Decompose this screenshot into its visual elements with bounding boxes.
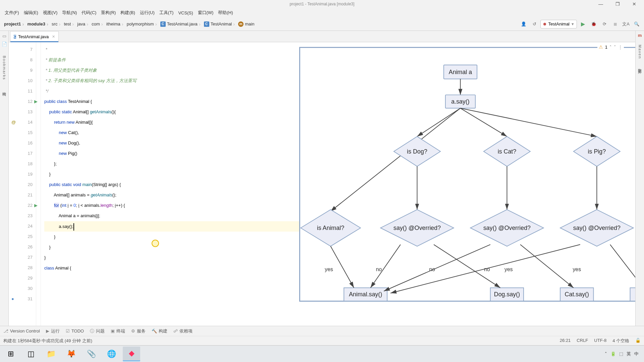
- status-message: 构建在 1秒584毫秒 中成功完成 (49 分钟 之前): [3, 338, 92, 344]
- menu-item[interactable]: 代码(C): [79, 9, 98, 16]
- caret-position[interactable]: 26:21: [560, 338, 571, 344]
- code-editor[interactable]: * * 前提条件 * 1. 用父类型代表子类对象 * 2. 子类和父类得有相同的…: [41, 42, 635, 326]
- tab-label: TestAnimal.java: [18, 34, 49, 39]
- network-icon[interactable]: ⬚: [619, 351, 623, 356]
- edge-icon[interactable]: 🌐: [103, 347, 120, 361]
- close-button[interactable]: ✕: [626, 0, 643, 8]
- intellij-icon[interactable]: ◆: [123, 347, 140, 361]
- menu-item[interactable]: 编辑(E): [22, 9, 40, 16]
- debug-button[interactable]: 🐞: [589, 19, 598, 29]
- menu-item[interactable]: 视图(V): [41, 9, 59, 16]
- fold-gutter[interactable]: [36, 42, 41, 326]
- bottom-tab[interactable]: ☍依赖项: [173, 328, 193, 334]
- breadcrumb-item[interactable]: itheima›: [105, 20, 125, 27]
- chevron-down-icon[interactable]: ˅: [614, 45, 616, 50]
- svg-text:say() @Overried?: say() @Overried?: [573, 225, 621, 231]
- battery-icon[interactable]: 🔋: [610, 351, 616, 356]
- maven-icon[interactable]: m: [638, 33, 642, 38]
- locate-icon[interactable]: 文A: [621, 19, 631, 29]
- breadcrumb-item[interactable]: CTestAnimal›: [203, 20, 236, 27]
- more-icon[interactable]: ⋮: [618, 45, 623, 50]
- editor-body[interactable]: ⚠ 1 ˄ ˅ ⋮ 789101112▶13@14151617181920212…: [9, 42, 635, 326]
- menu-item[interactable]: 导航(N): [60, 9, 79, 16]
- database-tool[interactable]: 数据库: [637, 66, 642, 68]
- run-config-selector[interactable]: TestAnimal▾: [540, 20, 577, 28]
- search-icon[interactable]: 🔍: [632, 19, 641, 29]
- system-tray[interactable]: ˄ 🔋 ⬚ 英 中: [605, 351, 642, 357]
- bottom-tab[interactable]: ⎇Version Control: [3, 328, 40, 334]
- bottom-tab[interactable]: ⚙服务: [131, 328, 146, 334]
- breadcrumb-item[interactable]: java›: [76, 20, 90, 27]
- svg-text:no: no: [376, 266, 382, 272]
- svg-line-42: [520, 245, 574, 288]
- tab-testanimal[interactable]: C TestAnimal.java ✕: [10, 31, 59, 42]
- minimize-button[interactable]: ―: [592, 0, 609, 8]
- project-icon[interactable]: ▭: [1, 33, 7, 39]
- bottom-tab[interactable]: ▣终端: [111, 328, 125, 334]
- svg-text:yes: yes: [325, 266, 333, 272]
- svg-line-6: [417, 108, 461, 136]
- breadcrumb-item[interactable]: mmain: [237, 21, 256, 27]
- structure-tool[interactable]: 结构: [2, 89, 7, 90]
- breadcrumb-item[interactable]: com›: [90, 20, 104, 27]
- menu-item[interactable]: 文件(F): [3, 9, 21, 16]
- indent-setting[interactable]: 4 个空格: [612, 338, 629, 344]
- breadcrumb-item[interactable]: CTestAnimal.java›: [159, 20, 202, 27]
- menu-item[interactable]: VCS(S): [176, 10, 195, 16]
- run-button[interactable]: ▶: [578, 19, 588, 29]
- svg-text:Animal a: Animal a: [449, 69, 472, 75]
- right-tool-strip[interactable]: m Maven 数据库: [635, 31, 644, 326]
- start-button[interactable]: ⊞: [2, 347, 19, 361]
- line-separator[interactable]: CRLF: [577, 338, 588, 344]
- menu-item[interactable]: 窗口(W): [196, 9, 216, 16]
- bottom-tool-bar: ⎇Version Control▶运行☑TODOⓘ问题▣终端⚙服务🔨构建☍依赖项: [0, 326, 644, 336]
- explorer-icon[interactable]: 📁: [42, 347, 60, 361]
- java-icon: C: [160, 21, 166, 27]
- breadcrumb-item[interactable]: test›: [62, 20, 75, 27]
- office-icon[interactable]: 📎: [83, 347, 100, 361]
- svg-line-5: [331, 108, 461, 212]
- chevron-up-icon[interactable]: ˄: [605, 351, 607, 356]
- menu-item[interactable]: 构建(B): [118, 9, 137, 16]
- firefox-icon[interactable]: 🦊: [62, 347, 80, 361]
- svg-text:no: no: [484, 266, 490, 272]
- bookmarks-tool[interactable]: Bookmarks: [2, 56, 6, 80]
- ime-zh[interactable]: 中: [634, 351, 639, 357]
- bottom-tab[interactable]: ▶运行: [46, 328, 60, 334]
- readonly-icon[interactable]: 🔓: [635, 338, 641, 344]
- line-gutter[interactable]: 789101112▶13@141516171819202122▶23242526…: [9, 42, 36, 326]
- svg-text:a.say(): a.say(): [451, 98, 470, 105]
- svg-text:is Animal?: is Animal?: [317, 225, 344, 231]
- menu-item[interactable]: 重构(R): [99, 9, 118, 16]
- ime-en[interactable]: 英: [627, 351, 631, 357]
- maximize-button[interactable]: ❐: [609, 0, 626, 8]
- menu-item[interactable]: 运行(U): [138, 9, 157, 16]
- maven-tool[interactable]: Maven: [638, 45, 642, 59]
- window-title: project1 - TestAnimal.java [module3]: [289, 2, 354, 6]
- breadcrumb-item[interactable]: module3›: [26, 20, 50, 27]
- inspection-widget[interactable]: ⚠ 1 ˄ ˅ ⋮: [597, 44, 624, 50]
- file-icon[interactable]: 📄: [1, 41, 7, 47]
- file-encoding[interactable]: UTF-8: [594, 338, 606, 344]
- svg-text:yes: yes: [504, 266, 513, 272]
- svg-line-46: [610, 245, 635, 288]
- bottom-tab[interactable]: ⓘ问题: [90, 328, 105, 334]
- close-icon[interactable]: ✕: [52, 35, 55, 39]
- chevron-up-icon[interactable]: ˄: [609, 45, 612, 50]
- coverage-button[interactable]: ⟳: [600, 19, 609, 29]
- svg-line-40: [384, 245, 490, 291]
- left-tool-strip[interactable]: ▭ 📄 Bookmarks 结构: [0, 31, 9, 326]
- breadcrumb-item[interactable]: src›: [50, 20, 62, 27]
- bottom-tab[interactable]: 🔨构建: [152, 328, 167, 334]
- bottom-tab[interactable]: ☑TODO: [66, 328, 84, 334]
- breadcrumb-item[interactable]: project1›: [3, 20, 25, 27]
- breadcrumb-item[interactable]: polymorphism›: [125, 20, 158, 27]
- menu-item[interactable]: 帮助(H): [216, 9, 235, 16]
- menu-item[interactable]: 工具(T): [157, 9, 176, 16]
- main-area: ▭ 📄 Bookmarks 结构 C TestAnimal.java ✕ ⚠ 1…: [0, 31, 644, 326]
- task-view[interactable]: ◫: [22, 347, 40, 361]
- stop-button[interactable]: ◼: [610, 19, 620, 29]
- os-taskbar[interactable]: ⊞ ◫ 📁 🦊 📎 🌐 ◆ ˄ 🔋 ⬚ 英 中: [0, 345, 644, 362]
- sync-icon[interactable]: ↺: [530, 19, 539, 29]
- add-user-icon[interactable]: 👤: [519, 19, 528, 29]
